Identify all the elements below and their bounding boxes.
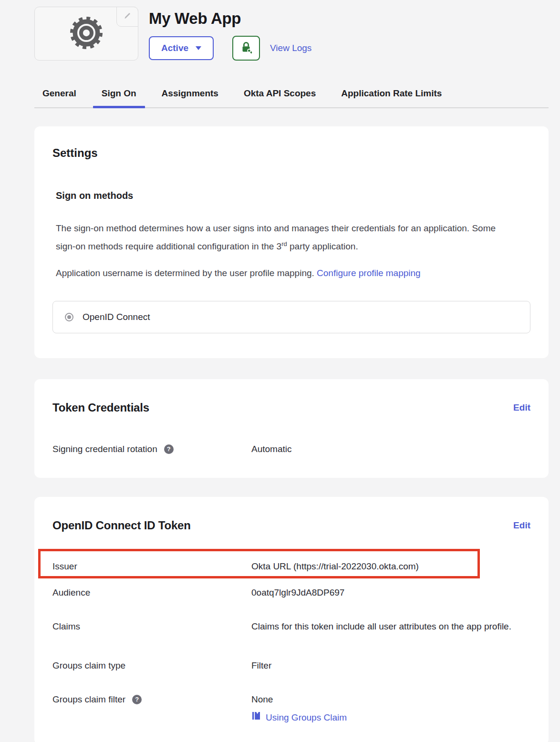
tab-assignments[interactable]: Assignments [162, 88, 218, 107]
chevron-down-icon [196, 46, 201, 50]
token-credentials-edit-button[interactable]: Edit [513, 402, 530, 413]
token-credentials-title: Token Credentials [52, 401, 149, 414]
openid-connect-radio[interactable] [65, 313, 73, 321]
groups-claim-filter-label: Groups claim filter [52, 693, 125, 705]
issuer-value: Okta URL (https://trial-2022030.okta.com… [251, 560, 530, 572]
settings-title: Settings [52, 146, 530, 160]
claims-value: Claims for this token include all user a… [251, 618, 530, 636]
claims-row: Claims Claims for this token include all… [52, 620, 530, 636]
audience-value: 0oatq7lglr9JdA8DP697 [251, 587, 530, 598]
sign-on-description: The sign-on method determines how a user… [56, 220, 511, 254]
issuer-label: Issuer [52, 560, 251, 572]
edit-logo-button[interactable] [116, 7, 138, 27]
page-title: My Web App [149, 10, 311, 28]
help-icon[interactable]: ? [164, 444, 174, 454]
issuer-row: Issuer Okta URL (https://trial-2022030.o… [52, 560, 530, 572]
using-groups-claim-label: Using Groups Claim [266, 711, 347, 723]
audience-label: Audience [52, 587, 251, 598]
help-icon[interactable]: ? [132, 695, 142, 704]
tab-application-rate-limits[interactable]: Application Rate Limits [341, 88, 442, 107]
groups-claim-type-label: Groups claim type [52, 660, 251, 671]
id-token-card: OpenID Connect ID Token Edit Issuer Okta… [34, 497, 549, 742]
claims-label: Claims [52, 620, 251, 632]
status-label: Active [161, 43, 188, 53]
signing-credential-rotation-row: Signing credential rotation ? Automatic [52, 443, 530, 455]
groups-claim-filter-value: None [251, 693, 530, 705]
settings-card: Settings Sign on methods The sign-on met… [34, 126, 549, 358]
token-credentials-card: Token Credentials Edit Signing credentia… [34, 379, 549, 478]
configure-profile-mapping-link[interactable]: Configure profile mapping [317, 268, 421, 278]
sign-on-method-option: OpenID Connect [52, 301, 530, 333]
signing-credential-rotation-value: Automatic [251, 443, 530, 455]
username-mapping-text: Application username is determined by th… [56, 265, 511, 281]
app-header: My Web App Active View Logs [34, 0, 560, 61]
sign-on-methods-title: Sign on methods [56, 190, 530, 201]
groups-claim-filter-row: Groups claim filter ? None Using Groups … [52, 693, 530, 723]
groups-claim-type-value: Filter [251, 660, 530, 671]
lock-key-icon [239, 40, 253, 56]
openid-connect-label: OpenID Connect [83, 312, 150, 322]
tab-general[interactable]: General [42, 88, 76, 107]
app-logo-box [34, 7, 138, 61]
using-groups-claim-link[interactable]: Using Groups Claim [251, 711, 530, 723]
tab-okta-api-scopes[interactable]: Okta API Scopes [244, 88, 316, 107]
audience-row: Audience 0oatq7lglr9JdA8DP697 [52, 587, 530, 598]
pencil-icon [123, 11, 132, 22]
view-logs-link[interactable]: View Logs [270, 43, 311, 53]
sign-on-policy-button[interactable] [232, 36, 260, 61]
tab-sign-on[interactable]: Sign On [102, 88, 136, 107]
book-icon [251, 711, 261, 723]
app-tabs: General Sign On Assignments Okta API Sco… [34, 88, 549, 108]
gear-icon [68, 15, 104, 53]
signing-credential-rotation-label: Signing credential rotation [52, 443, 157, 455]
id-token-title: OpenID Connect ID Token [52, 519, 191, 532]
status-dropdown-button[interactable]: Active [149, 36, 214, 60]
id-token-edit-button[interactable]: Edit [513, 520, 530, 531]
groups-claim-type-row: Groups claim type Filter [52, 660, 530, 671]
